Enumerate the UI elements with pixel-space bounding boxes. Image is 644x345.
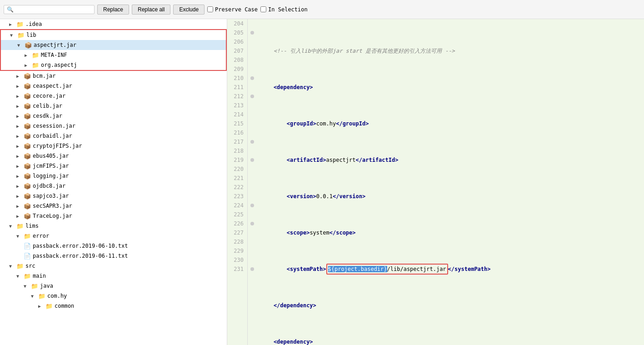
jar-icon: 📦 [24, 193, 31, 200]
folder-icon: 📁 [16, 263, 24, 270]
lib-section-highlight: ▼ 📁 lib ▼ 📦 aspectjrt.jar ▶ 📁 META-INF [0, 29, 227, 71]
code-line-205: <dependency> [260, 83, 640, 92]
tree-item-corbaidl[interactable]: ▶ 📦 corbaidl.jar [0, 131, 227, 141]
tree-item-java[interactable]: ▼ 📁 java [0, 281, 227, 291]
search-result-highlight: ${project.basedir}/lib/aspectjrt.jar [326, 264, 448, 275]
folder-icon: 📁 [16, 223, 24, 230]
tree-item-lib[interactable]: ▼ 📁 lib [1, 30, 226, 40]
jar-icon: 📦 [24, 133, 31, 140]
jar-icon: 📦 [24, 93, 31, 100]
tree-item-ebus405[interactable]: ▶ 📦 ebus405.jar [0, 151, 227, 161]
jar-icon: 📦 [24, 123, 31, 130]
tree-item-ojdbc8[interactable]: ▶ 📦 ojdbc8.jar [0, 181, 227, 191]
tree-item-cecore[interactable]: ▶ 📦 cecore.jar [0, 91, 227, 101]
tree-item-idea[interactable]: ▶ 📁 .idea [0, 19, 227, 29]
tree-item-main[interactable]: ▼ 📁 main [0, 271, 227, 281]
tree-item-cryptojfips[interactable]: ▶ 📦 cryptojFIPS.jar [0, 141, 227, 151]
line-numbers: 204 205 206 207 208 209 210 211 212 213 … [227, 19, 248, 345]
in-selection-checkbox[interactable] [260, 6, 266, 12]
jar-icon: 📦 [24, 83, 31, 90]
tree-item-meta-inf[interactable]: ▶ 📁 META-INF [1, 50, 226, 60]
code-content[interactable]: <!-- 引入lib中的外部jar start 是否有其他更好的引入方法可用 -… [257, 19, 644, 345]
folder-icon: 📁 [16, 21, 24, 28]
exclude-button[interactable]: Exclude [173, 5, 205, 15]
jar-icon: 📦 [24, 183, 31, 190]
code-line-210: <systemPath>${project.basedir}/lib/aspec… [260, 265, 640, 274]
tree-item-bcm[interactable]: ▶ 📦 bcm.jar [0, 71, 227, 81]
tree-item-celib[interactable]: ▶ 📦 celib.jar [0, 101, 227, 111]
find-replace-toolbar: 🔍 Replace Replace all Exclude Preserve C… [0, 0, 644, 19]
search-box[interactable]: 🔍 [4, 5, 95, 14]
preserve-case-option[interactable]: Preserve Case [207, 6, 258, 13]
tree-item-ceaspect[interactable]: ▶ 📦 ceaspect.jar [0, 81, 227, 91]
tree-item-aspectjrt[interactable]: ▼ 📦 aspectjrt.jar [1, 40, 226, 50]
tree-item-sapjco3[interactable]: ▶ 📦 sapjco3.jar [0, 191, 227, 201]
tree-item-passback1[interactable]: 📄 passback.error.2019-06-10.txt [0, 241, 227, 251]
txt-icon: 📄 [24, 243, 31, 250]
code-editor-panel[interactable]: 204 205 206 207 208 209 210 211 212 213 … [227, 19, 644, 345]
replace-button[interactable]: Replace [97, 5, 129, 15]
folder-icon: 📁 [31, 283, 38, 290]
jar-icon: 📦 [24, 153, 31, 160]
search-input[interactable] [15, 6, 88, 13]
folder-icon: 📁 [32, 62, 39, 69]
folder-icon: 📁 [17, 32, 25, 39]
code-line-204: <!-- 引入lib中的外部jar start 是否有其他更好的引入方法可用 -… [260, 46, 640, 55]
tree-item-logging[interactable]: ▶ 📦 logging.jar [0, 171, 227, 181]
file-tree-panel[interactable]: ▶ 📁 .idea ▼ 📁 lib ▼ 📦 aspectjrt.jar [0, 19, 227, 345]
folder-icon: 📁 [24, 233, 31, 240]
main-content: ▶ 📁 .idea ▼ 📁 lib ▼ 📦 aspectjrt.jar [0, 19, 644, 345]
jar-icon: 📦 [24, 113, 31, 120]
tree-item-jcmfips[interactable]: ▶ 📦 jcmFIPS.jar [0, 161, 227, 171]
jar-icon: 📦 [24, 173, 31, 180]
jar-icon: 📦 [24, 143, 31, 150]
preserve-case-checkbox[interactable] [207, 6, 213, 12]
code-line-208: <version>0.0.1</version> [260, 192, 640, 201]
tree-item-passback2[interactable]: 📄 passback.error.2019-06-11.txt [0, 251, 227, 261]
tree-item-cesdk[interactable]: ▶ 📦 cesdk.jar [0, 111, 227, 121]
folder-icon: 📁 [38, 293, 45, 300]
jar-icon: 📦 [24, 163, 31, 170]
replace-all-button[interactable]: Replace all [132, 5, 170, 15]
tree-item-org-aspectj[interactable]: ▶ 📁 org.aspectj [1, 60, 226, 70]
jar-icon: 📦 [24, 203, 31, 210]
code-line-209: <scope>system</scope> [260, 228, 640, 237]
jar-icon: 📦 [24, 213, 31, 220]
code-line-212: <dependency> [260, 337, 640, 345]
tree-item-src[interactable]: ▼ 📁 src [0, 261, 227, 271]
in-selection-label: In Selection [268, 6, 308, 13]
tree-item-lims[interactable]: ▼ 📁 lims [0, 221, 227, 231]
code-line-207: <artifactId>aspectjrt</artifactId> [260, 155, 640, 165]
tree-item-common[interactable]: ▶ 📁 common [0, 301, 227, 311]
tree-item-cesession[interactable]: ▶ 📦 cesession.jar [0, 121, 227, 131]
jar-icon: 📦 [25, 42, 32, 49]
tree-item-comhy[interactable]: ▼ 📁 com.hy [0, 291, 227, 301]
folder-icon: 📁 [24, 273, 31, 280]
txt-icon: 📄 [24, 253, 31, 260]
search-icon: 🔍 [7, 6, 14, 13]
folder-icon: 📁 [45, 303, 53, 310]
tree-item-error[interactable]: ▼ 📁 error [0, 231, 227, 241]
in-selection-option[interactable]: In Selection [260, 6, 308, 13]
jar-icon: 📦 [24, 73, 31, 80]
code-line-206: <groupId>com.hy</groupId> [260, 119, 640, 128]
code-line-211: </dependency> [260, 301, 640, 310]
tree-item-secsapr3[interactable]: ▶ 📦 secSAPR3.jar [0, 201, 227, 211]
tree-item-tracelog[interactable]: ▶ 📦 TraceLog.jar [0, 211, 227, 221]
gutter [248, 19, 257, 345]
jar-icon: 📦 [24, 103, 31, 110]
preserve-case-label: Preserve Case [215, 6, 258, 13]
folder-icon: 📁 [32, 52, 39, 59]
